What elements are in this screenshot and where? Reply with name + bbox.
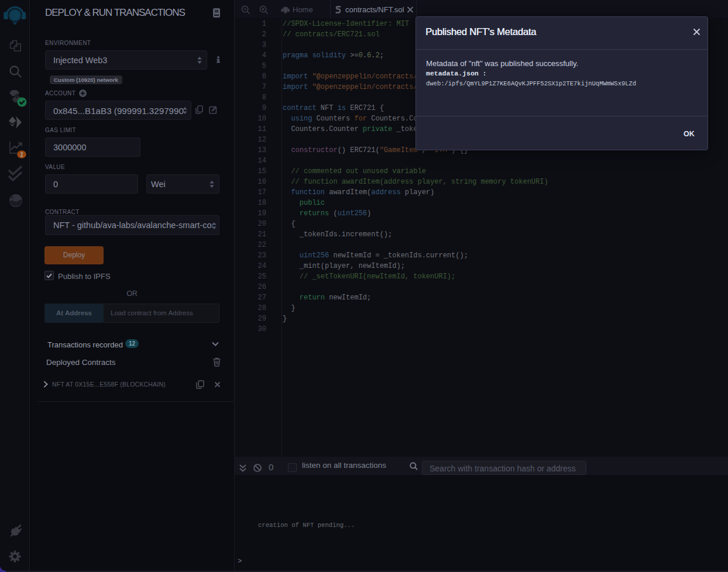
svg-text:1: 1: [20, 151, 23, 158]
